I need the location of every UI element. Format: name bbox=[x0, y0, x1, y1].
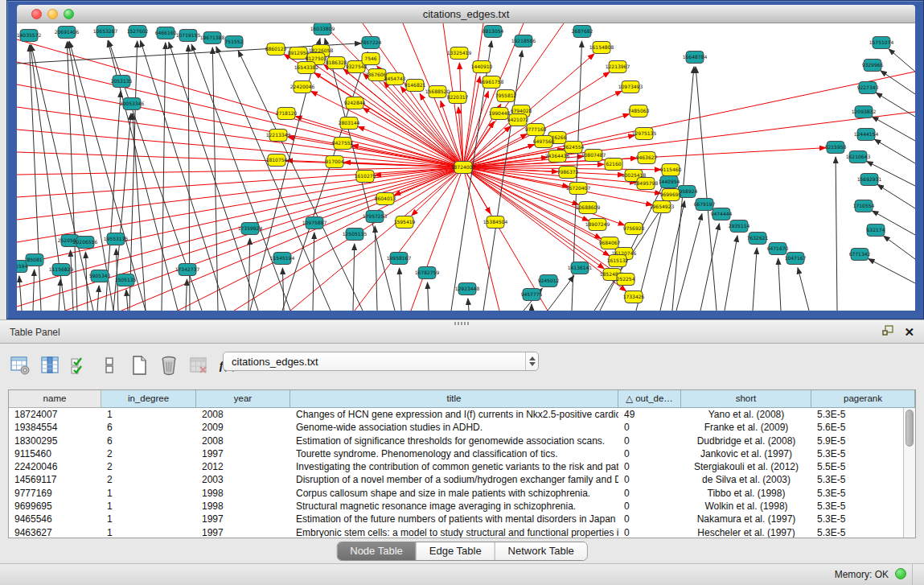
graph-edge bbox=[162, 43, 166, 311]
table-cell: 0 bbox=[618, 421, 681, 434]
graph-node-label: 2053135 bbox=[111, 78, 133, 84]
table-cell: Franke et al. (2009) bbox=[681, 421, 811, 434]
graph-node-label: 1527602 bbox=[127, 28, 149, 34]
tab-network-table[interactable]: Network Table bbox=[495, 542, 587, 560]
table-cell: 0 bbox=[618, 473, 681, 486]
table-cell: 22420046 bbox=[9, 460, 101, 473]
column-header-2[interactable]: year bbox=[196, 390, 290, 408]
graph-node-label: 1505135 bbox=[115, 277, 137, 282]
graph-node-label: 6771342 bbox=[849, 251, 871, 257]
graph-node-label: 7986372 bbox=[557, 169, 579, 175]
delete-column-icon[interactable] bbox=[157, 352, 181, 378]
tab-edge-table[interactable]: Edge Table bbox=[417, 542, 495, 560]
table-cell: 18724007 bbox=[9, 408, 101, 421]
graph-edge bbox=[428, 282, 429, 311]
float-panel-icon[interactable] bbox=[882, 325, 894, 340]
table-cell: 2008 bbox=[196, 435, 290, 447]
network-view-canvas[interactable]: 1403557220691406106532871527602646616010… bbox=[17, 23, 915, 311]
table-cell: 0 bbox=[618, 513, 681, 525]
graph-node-label: 12975135 bbox=[632, 130, 657, 136]
table-cell: 5.3E-5 bbox=[811, 526, 903, 538]
graph-node-label: 1047167 bbox=[785, 255, 807, 261]
graph-node-label: 1710554 bbox=[853, 203, 875, 208]
graph-node-label: 1595419 bbox=[394, 219, 416, 225]
graph-node-label: 16033809 bbox=[310, 26, 335, 31]
table-row[interactable]: 1872400712008Changes of HCN gene express… bbox=[9, 408, 903, 421]
graph-node-label: 1810754 bbox=[266, 157, 288, 163]
table-row[interactable]: 1830029562008Estimation of significance … bbox=[9, 435, 903, 447]
table-row[interactable]: 946554611997Estimation of the future num… bbox=[9, 513, 903, 525]
delete-table-disabled-icon bbox=[187, 352, 211, 378]
graph-edge bbox=[59, 279, 60, 311]
graph-node-label: 19654923 bbox=[650, 204, 675, 209]
graph-node-label: 13325419 bbox=[447, 50, 472, 56]
table-cell: 1 bbox=[101, 513, 196, 525]
window-titlebar[interactable]: citations_edges.txt bbox=[17, 5, 915, 23]
graph-node-label: 7546 bbox=[364, 56, 376, 61]
graph-node-label: 751552 bbox=[225, 39, 244, 44]
table-cell: 5.5E-5 bbox=[811, 460, 903, 473]
graph-node-label: 11545194 bbox=[270, 255, 295, 261]
close-panel-icon[interactable]: ✕ bbox=[904, 326, 914, 339]
table-cell: 14569117 bbox=[9, 473, 101, 486]
memory-ok-indicator-icon bbox=[895, 568, 906, 579]
table-cell: 19384554 bbox=[9, 421, 101, 434]
table-cell: 5.6E-5 bbox=[811, 421, 903, 434]
graph-node-label: 18724007 bbox=[451, 164, 476, 170]
graph-node-label: 10025418 bbox=[622, 172, 647, 178]
graph-node-label: 8427552 bbox=[332, 140, 354, 146]
column-checklist-icon[interactable] bbox=[68, 352, 92, 378]
table-cell: Tibbo et al. (1998) bbox=[681, 487, 811, 500]
table-cell: 2012 bbox=[196, 460, 290, 473]
column-header-5[interactable]: short bbox=[681, 390, 811, 408]
table-row[interactable]: 2242004622012Investigating the contribut… bbox=[9, 460, 903, 473]
column-header-3[interactable]: title bbox=[290, 390, 618, 408]
table-row[interactable]: 946362711997Embryonic stem cells: a mode… bbox=[9, 526, 903, 538]
graph-edge bbox=[121, 167, 463, 311]
table-row[interactable]: 1938455462009Genome-wide association stu… bbox=[9, 421, 903, 434]
graph-edge bbox=[250, 39, 320, 311]
graph-node-label: 12923448 bbox=[455, 286, 480, 291]
statusbar-divider bbox=[912, 564, 913, 585]
column-header-6[interactable]: pagerank bbox=[811, 390, 915, 408]
cells-icon[interactable] bbox=[97, 352, 121, 378]
citation-network-graph[interactable]: 1403557220691406106532871527602646616010… bbox=[17, 23, 915, 311]
window-title: citations_edges.txt bbox=[17, 8, 915, 20]
graph-edge bbox=[874, 139, 915, 163]
table-settings-icon[interactable] bbox=[8, 352, 32, 378]
column-header-0[interactable]: name bbox=[9, 390, 101, 408]
column-header-1[interactable]: in_degree bbox=[101, 390, 196, 408]
scrollbar-thumb[interactable] bbox=[906, 410, 914, 447]
graph-node-label: 5905343 bbox=[89, 273, 111, 278]
table-row[interactable]: 969969511998Structural magnetic resonanc… bbox=[9, 500, 903, 513]
table-scrollbar[interactable] bbox=[903, 408, 915, 538]
table-tabs: Node TableEdge TableNetwork Table bbox=[336, 542, 588, 561]
graph-node-label: 7485063 bbox=[628, 108, 650, 113]
column-header-4[interactable]: △ out_de… bbox=[618, 390, 681, 408]
graph-node-label: 15692931 bbox=[857, 176, 882, 182]
table-selector-combo[interactable]: citations_edges.txt bbox=[223, 352, 539, 371]
table-row[interactable]: 911546021997Tourette syndrome. Phenomeno… bbox=[9, 447, 903, 460]
table-body: 1872400712008Changes of HCN gene express… bbox=[9, 408, 903, 538]
graph-node-label: 1610275 bbox=[355, 173, 376, 179]
graph-node-label: 62160 bbox=[606, 161, 621, 167]
table-row[interactable]: 977716911998Corpus callosum shape and si… bbox=[9, 487, 903, 500]
splitter-handle[interactable] bbox=[454, 322, 469, 325]
table-cell: 0 bbox=[618, 460, 681, 473]
combo-stepper-icon[interactable] bbox=[525, 352, 538, 370]
graph-node-label: 9777169 bbox=[525, 126, 547, 132]
graph-node-label: 12213967 bbox=[606, 64, 630, 69]
graph-node-label: 19218586 bbox=[511, 38, 536, 43]
column-select-icon[interactable] bbox=[38, 352, 62, 378]
table-cell: Disruption of a novel member of a sodium… bbox=[290, 473, 618, 486]
graph-node-label: 6679197 bbox=[694, 201, 716, 207]
table-cell: 2009 bbox=[196, 421, 290, 434]
tab-node-table[interactable]: Node Table bbox=[337, 542, 417, 560]
table-row[interactable]: 1456911722003Disruption of a novel membe… bbox=[9, 473, 903, 486]
table-cell: 9699695 bbox=[9, 500, 101, 513]
table-cell: Yano et al. (2008) bbox=[681, 408, 811, 421]
graph-node-label: 1990448 bbox=[489, 110, 511, 116]
graph-node-label: 18907249 bbox=[585, 221, 610, 227]
graph-node-label: 9699695 bbox=[660, 192, 682, 197]
new-column-icon[interactable] bbox=[127, 352, 151, 378]
